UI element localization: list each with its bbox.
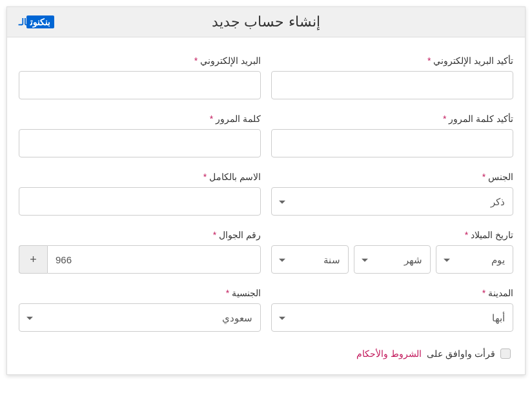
fullname-field[interactable] bbox=[19, 187, 261, 216]
label-email-confirm: تأكيد البريد الإلكتروني * bbox=[271, 56, 513, 66]
required-mark: * bbox=[465, 230, 468, 240]
terms-text: قرأت واوافق على bbox=[427, 348, 495, 359]
form-body: البريد الإلكتروني * تأكيد البريد الإلكتر… bbox=[7, 37, 525, 374]
required-mark: * bbox=[213, 230, 216, 240]
label-mobile: رقم الجوال * bbox=[19, 230, 261, 240]
label-password: كلمة المرور * bbox=[19, 114, 261, 124]
label-dob: تاريخ الميلاد * bbox=[271, 230, 513, 240]
signup-form-container: إنشاء حساب جديد بنكنوتالـ البريد الإلكتر… bbox=[6, 6, 526, 375]
required-mark: * bbox=[203, 172, 207, 182]
label-fullname: الاسم بالكامل * bbox=[19, 172, 261, 182]
dob-group: يوم شهر سنة bbox=[271, 245, 513, 274]
row-name-gender: الاسم بالكامل * الجنس * ذكر bbox=[19, 172, 513, 216]
terms-checkbox[interactable] bbox=[500, 348, 511, 359]
page-title: إنشاء حساب جديد bbox=[17, 14, 515, 30]
required-mark: * bbox=[443, 114, 446, 124]
form-header: إنشاء حساب جديد بنكنوتالـ bbox=[7, 7, 525, 37]
password-confirm-field[interactable] bbox=[271, 129, 513, 157]
dob-day-select[interactable]: يوم bbox=[436, 245, 513, 274]
brand-logo: بنكنوتالـ bbox=[19, 16, 54, 28]
label-nationality: الجنسية * bbox=[19, 288, 261, 298]
label-email: البريد الإلكتروني * bbox=[19, 56, 261, 66]
row-mobile-dob: رقم الجوال * + تاريخ الميلاد * يوم bbox=[19, 230, 513, 274]
email-confirm-field[interactable] bbox=[271, 71, 513, 99]
gender-select[interactable]: ذكر bbox=[271, 187, 513, 216]
nationality-select[interactable]: سعودي bbox=[19, 303, 261, 332]
label-gender: الجنس * bbox=[271, 172, 513, 182]
dob-year-select[interactable]: سنة bbox=[271, 245, 349, 274]
required-mark: * bbox=[482, 172, 486, 182]
password-field[interactable] bbox=[19, 129, 261, 157]
dob-month-select[interactable]: شهر bbox=[354, 245, 431, 274]
row-email: البريد الإلكتروني * تأكيد البريد الإلكتر… bbox=[19, 56, 513, 99]
mobile-group: + bbox=[19, 245, 261, 274]
city-select[interactable]: أبها bbox=[271, 303, 513, 332]
terms-row: قرأت واوافق على الشروط والأحكام bbox=[19, 346, 513, 364]
mobile-field[interactable] bbox=[47, 245, 261, 274]
required-mark: * bbox=[427, 56, 431, 66]
email-field[interactable] bbox=[19, 71, 261, 99]
brand-name: بنكنوت bbox=[26, 15, 54, 28]
required-mark: * bbox=[226, 288, 229, 298]
row-nat-city: الجنسية * سعودي المدينة * أبها bbox=[19, 288, 513, 332]
label-password-confirm: تأكيد كلمة المرور * bbox=[271, 114, 513, 124]
required-mark: * bbox=[482, 288, 486, 298]
brand-prefix: الـ bbox=[19, 17, 26, 27]
required-mark: * bbox=[210, 114, 213, 124]
required-mark: * bbox=[194, 56, 198, 66]
label-city: المدينة * bbox=[271, 288, 513, 298]
terms-link[interactable]: الشروط والأحكام bbox=[356, 348, 422, 359]
row-password: كلمة المرور * تأكيد كلمة المرور * bbox=[19, 114, 513, 157]
mobile-plus-addon: + bbox=[19, 245, 47, 274]
